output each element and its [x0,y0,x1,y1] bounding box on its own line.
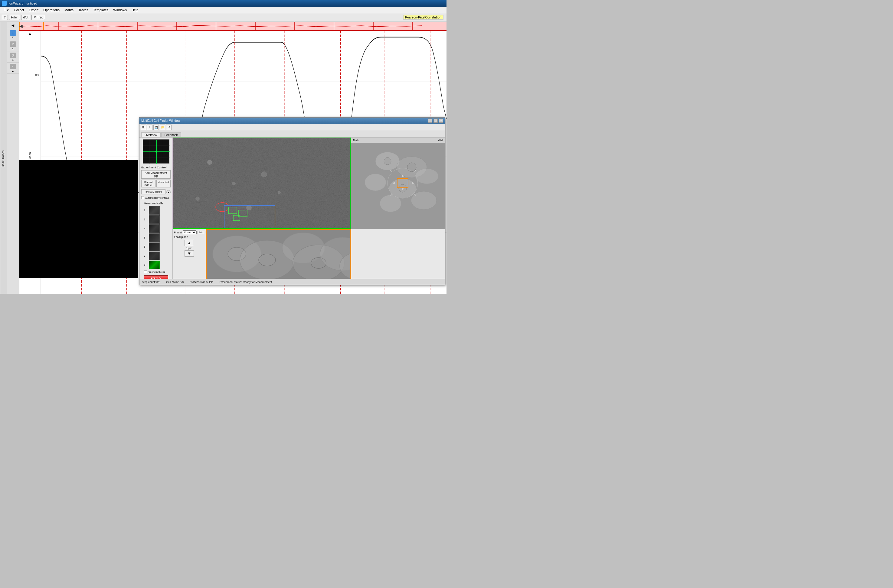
thumbnail-svg [207,230,350,284]
discard-btn[interactable]: Discard (Ctrl-E) [141,180,155,188]
cell-num-5: 5 [144,236,147,239]
maximize-btn[interactable]: □ [433,118,438,123]
black-panel [20,160,138,278]
app-icon [2,1,7,6]
experiment-control: Experiment Control Add Measurement (Q) D… [141,166,171,200]
mc-cursor-btn[interactable]: ↖ [147,124,152,130]
overview-svg [173,138,350,228]
overview-strip[interactable]: ◀ [20,22,446,31]
menu-file[interactable]: File [1,8,12,12]
focal-value: 1 μm [186,247,192,250]
mc-reset-btn[interactable]: ↺ [166,124,171,130]
filter-button[interactable]: Filter [9,15,20,20]
step-count: Step count: 0/8 [142,280,160,284]
mc-bottom-section: Preset Preset Add Remove Focal plane ▲ 1… [173,229,445,285]
overview-image[interactable] [173,138,350,229]
channel-3: 3 ▲ [7,51,19,63]
menu-export[interactable]: Export [26,8,41,12]
tab-overview[interactable]: Overview [141,132,161,137]
menu-bar: File Collect Export Operations Marks Tra… [0,7,446,13]
multicell-window: MultiCell Cell Finder Window _ □ × ⊞ ↖ 💾… [139,117,445,285]
dish-header: Dish Well [351,138,445,143]
experiment-status: Experiment status: Ready for Measurement [219,280,272,284]
crosshair-grid [143,140,170,164]
menu-operations[interactable]: Operations [41,8,62,12]
svg-text:▼: ▼ [401,187,404,191]
minimize-btn[interactable]: _ [428,118,432,123]
mc-grid-btn[interactable]: ⊞ [141,124,146,130]
channel-4-up-arrow[interactable]: ▲ [12,70,14,72]
ddt-button[interactable]: d/dt [21,15,30,20]
free-view-checkbox[interactable] [144,270,147,273]
measured-cells-section: Measured cells 2 3 4 5 [144,202,168,282]
crosshair-display [143,140,169,164]
mc-open-btn[interactable]: 📁 [160,124,165,130]
help-button[interactable]: ? [2,15,8,20]
multicell-tabs: Overview Feedback [140,131,445,138]
channel-1-down-arrow[interactable]: ▼ [12,36,14,39]
svg-text:▲: ▲ [401,174,404,178]
channel-2-up-arrow[interactable]: ▲ [12,48,14,50]
dish-header-left: Dish [353,139,358,142]
mc-left-panel: Experiment Control Add Measurement (Q) D… [140,138,173,285]
add-preset-btn[interactable]: Add [197,231,204,234]
cell-thumb-6[interactable] [149,243,160,251]
cell-thumb-4[interactable] [149,224,160,233]
dish-image[interactable]: ◀ ▶ ▲ ▼ ↖ ↗ ↙ ↘ [351,143,445,229]
cell-thumb-7[interactable] [149,252,160,260]
find-measure-option-btn[interactable]: ● [166,190,171,194]
big-thumbnail[interactable] [206,229,350,285]
cell-thumb-8[interactable] [149,261,160,269]
add-measurement-btn[interactable]: Add Measurement (Q) [141,170,171,178]
channel-3-num: 3 [10,52,16,58]
y-scroll-up[interactable]: ▲ [28,32,32,36]
menu-windows[interactable]: Windows [111,8,129,12]
find-measure-btn[interactable]: Find & Measure [141,189,165,194]
base-traces-label: Base Traces [0,149,6,168]
focal-up-btn[interactable]: ▲ [185,240,194,246]
menu-collect[interactable]: Collect [12,8,27,12]
title-bar: IonWizard - untitled [0,0,446,7]
channel-controls: ◀ 1 ▼ 2 ▲ 3 ▲ 4 ▲ [7,22,20,294]
focal-down-btn[interactable]: ▼ [185,250,194,256]
svg-text:▶: ▶ [412,181,415,185]
overview-waveform [20,22,446,30]
discarded-label: discarded [156,180,171,188]
menu-traces[interactable]: Traces [76,8,91,12]
app-title: IonWizard - untitled [9,2,37,5]
cell-num-6: 6 [144,245,147,248]
svg-text:◀: ◀ [392,181,395,185]
cell-count: Cell count: 8/8 [166,280,184,284]
overview-left-arrow[interactable]: ◀ [20,24,23,28]
menu-help[interactable]: Help [129,8,141,12]
mc-save-btn[interactable]: 💾 [153,124,159,130]
cell-thumb-2[interactable] [149,206,160,214]
preset-select[interactable]: Preset [183,230,197,234]
cell-item-5: 5 [144,233,168,242]
auto-continue-row: Automatically continue [141,196,171,199]
channel-3-up-arrow[interactable]: ▲ [12,58,14,61]
svg-point-53 [384,158,391,165]
cell-thumb-3[interactable] [149,215,160,224]
multicell-toolbar: ⊞ ↖ 💾 📁 ↺ [140,124,445,131]
svg-point-50 [415,169,438,184]
dish-panel: Dish Well [350,138,445,229]
dish-bottom [350,229,445,285]
scroll-left-btn[interactable]: ◀ [7,22,19,29]
cell-thumb-5[interactable] [149,233,160,242]
m-trac-button[interactable]: M Trac [32,15,45,20]
menu-marks[interactable]: Marks [62,8,76,12]
process-status: Process status: Idle [190,280,213,284]
experiment-control-title: Experiment Control [141,166,171,169]
channel-2-num: 2 [10,41,16,47]
auto-continue-checkbox[interactable] [141,196,144,199]
multicell-title: MultiCell Cell Finder Window [141,119,180,122]
focal-plane-controls: ▲ 1 μm ▼ [174,240,204,256]
mc-main-content: Dish Well [173,138,445,285]
menu-templates[interactable]: Templates [91,8,111,12]
close-btn[interactable]: × [439,118,443,123]
svg-point-39 [278,191,281,194]
svg-point-37 [195,196,200,201]
svg-point-38 [246,205,252,210]
tab-feedback[interactable]: Feedback [161,132,181,137]
